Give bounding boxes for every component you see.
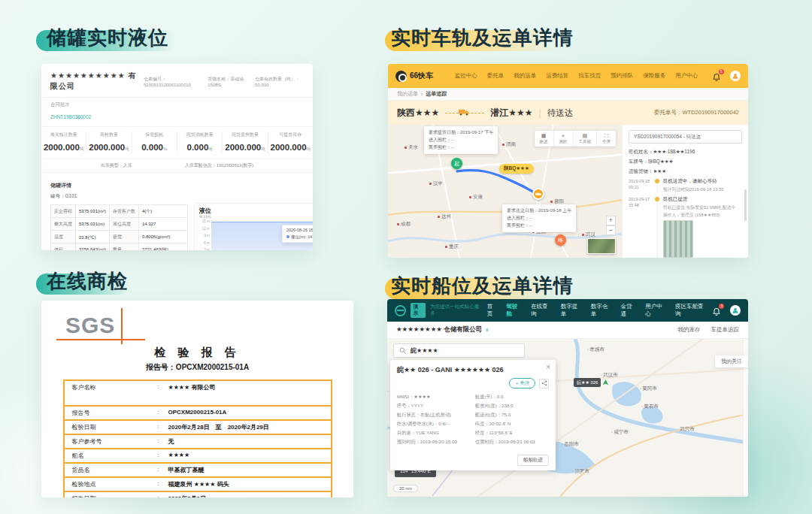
bell-icon[interactable]: 3 [712,306,721,315]
nav-online-query[interactable]: 在线查询 [531,303,553,318]
timeline-item: 2019-09-1715:48 司机已提货 司机已提货,实际发货32.998吨,… [629,196,742,258]
ship-search-box[interactable]: 皖★★★★ [393,343,525,358]
ship-icon [602,379,609,386]
map-city-label: 孝感市 [587,346,604,353]
map-city-label: 天水 [404,144,418,151]
my-watchlist-tab[interactable]: 我的关注 [715,355,748,367]
sgs-logo: SGS [65,313,141,338]
goods-name: 货物名称：基础油150BS [208,76,249,87]
stat-inspection-qty: 商检数量 2000.000吨 [86,132,132,153]
nav-find-truck-cargo[interactable]: 找车找货 [578,72,601,80]
ship-track-button[interactable]: 船舶轨迹 [517,455,549,466]
ship-app-logo-icon[interactable] [395,305,406,316]
map-city-label: 咸宁市 [611,429,629,436]
route-origin: 陕西★★★ [397,107,439,119]
inspection-table: 客户名称:★★★★ 有限公司 报告号:OPCXM2000215-01A 检验日期… [63,379,332,497]
share-icon[interactable] [539,379,549,389]
tank-flow-row: 出库类型：入库 入库车船信息：1912000513(数字) [41,159,313,173]
end-pin[interactable]: 终 [555,234,566,246]
breadcrumb-my-waybills[interactable]: 我的运单 [397,90,418,98]
start-pin[interactable]: 起 [451,158,462,169]
ship-map[interactable]: 孝感市 武汉市 黄冈市 黄石市 咸宁市 岳阳市 常德市 张家界市 武穴市 汨罗市… [387,339,748,497]
sgs-logo-horizontal-line [56,339,145,340]
toolbar-toolbox-button[interactable]: ▤工具箱 [574,131,598,147]
table-row: 体积3256.643(m³)重量2721.463(吨) [51,243,188,251]
truck-nav: 监控中心 委托单 我的运单 运费结算 找车找货 预约排队 保险服务 用户中心 [445,72,707,80]
table-row: 货品名:甲基叔丁基醚 [65,464,331,478]
nav-home[interactable]: 首页 [487,303,498,318]
my-inventory-link[interactable]: 我的库存 [678,326,701,334]
pickup-tooltip: 要求提货日期：2019-09-17 下午 进入围栏：-- 离开围栏：-- [424,126,498,154]
truck-app-logo[interactable]: 66快车 [395,71,433,82]
table-row: 客户名称:★★★★ 有限公司 [65,381,331,407]
nav-insurance[interactable]: 保险服务 [643,72,665,80]
nav-freight-settlement[interactable]: 运费结算 [546,72,568,80]
zoom-in-button[interactable]: + [606,216,616,225]
truck-position-marker[interactable] [532,188,544,200]
nav-my-waybills[interactable]: 我的运单 [514,72,536,80]
bell-icon[interactable]: 5 [712,71,721,80]
toolbar-fullscreen-button[interactable]: ⛶全屏 [597,131,616,147]
toolbar-measure-button[interactable]: ⌖测距 [554,131,574,147]
follow-button[interactable]: ＋关注 [509,378,536,389]
chart-tooltip-value: 液位(m): 14.327 [291,234,313,239]
warehouse-receipt-no: 仓单编号：5200913120061100010 [144,76,201,87]
bell-badge: 3 [719,304,724,309]
waybill-select[interactable]: YSD20190917000054 - 待送达 [629,130,742,144]
nav-cockpit[interactable]: 驾驶舱 [506,303,523,318]
nav-epidemic-query[interactable]: 疫区车船查询 [675,303,707,318]
user-avatar[interactable] [730,305,741,316]
user-avatar[interactable] [730,71,741,81]
delivery-receipt-photo[interactable] [663,220,693,258]
chevron-down-icon[interactable]: ∨ [485,327,489,333]
tank-detail-header: 储罐详情 罐号：G101 [41,173,313,200]
liquid-level-chart[interactable]: 液位 -◇- 液位(m) 液位(m) 15 m 12 m 9 m 6 m 3 m… [194,203,313,250]
inspection-report-title: 检 验 报 告 [41,346,353,360]
timeline-title: 司机送货中，请耐心等待 [663,178,742,185]
section-title-inspection: 在线商检 [47,268,128,295]
nav-user-center[interactable]: 用户中心 [645,303,667,318]
nav-consignment-order[interactable]: 委托单 [487,72,504,80]
ship-position-marker[interactable]: 皖★★ 026 [574,378,609,387]
truck-bl-tracking-link[interactable]: 车提单追踪 [711,326,740,334]
vehicle-route-polyline [457,171,537,195]
stat-available-stock: 可提货库存 2000.000吨 [268,132,313,153]
map-city-label: 达州 [438,213,451,220]
table-row: 安全容积5375.031(m³)存货客户数4(个) [51,205,188,218]
chart-title: 液位 [199,207,211,215]
truck-body: 天水 西安 渭南 汉中 安康 成都 达州 重庆 襄阳 宜昌 武汉 要求提货日期：… [388,125,748,258]
close-icon[interactable]: × [546,363,550,371]
sidebar-scrollbar[interactable] [744,189,747,221]
timeline-subtext: 司机已提货,实际发货32.998吨,配送中 [663,204,742,210]
contract-batch-label: 合同批次 [50,101,304,108]
traffic-icon: ▦ [540,133,548,138]
timeline-title: 司机已提货 [663,196,742,203]
delivery-tooltip: 要求送达日期：2019-09-18 上午 进入围栏：-- 离开围栏：-- [502,204,576,232]
breadcrumb: 我的运单 › 运单追踪 [388,88,748,101]
section-title-tank: 储罐实时液位 [47,25,168,51]
nav-monitor-center[interactable]: 监控中心 [455,72,477,80]
measure-icon: ⌖ [559,133,568,138]
truck-map[interactable]: 天水 西安 渭南 汉中 安康 成都 达州 重庆 襄阳 宜昌 武汉 要求提货日期：… [388,125,622,258]
inspection-report-card: SGS 检 验 报 告 报告号：OPCXM2000215-01A 客户名称:★★… [41,301,353,497]
table-row: 报告日期:2020年3月1日 [65,492,331,497]
stat-spot-consumed: 现货消耗数量 0.000吨 [177,132,223,153]
satellite-view-thumbnail[interactable] [587,238,616,254]
toolbar-traffic-button[interactable]: ▦路况 [535,131,554,147]
timeline-subtext: 预计到达时间2019-09-18 13:35 [663,186,742,192]
inspection-report-number: 报告号：OPCXM2000215-01A [41,362,353,373]
route-truck-line [445,108,484,117]
contract-batch-link[interactable]: ZHNT19B0380002 [50,114,91,119]
driver-name: 司机姓名：★★★ 188★★1196 [629,149,742,156]
nav-finance[interactable]: 金贷通 [621,303,638,318]
nav-digital-receipt[interactable]: 数字仓单 [591,303,613,318]
map-zoom-control: + − [606,216,616,235]
nav-user-center[interactable]: 用户中心 [675,72,698,80]
receipt-valid-qty: 仓单有效数量（吨）：50.000 [255,76,304,87]
zoom-out-button[interactable]: − [606,225,616,235]
search-icon [399,347,406,354]
nav-queue-booking[interactable]: 预约排队 [611,72,633,80]
ship-popup-right-column: 航速(节)：0.0 船首向(度)：238.0 船迹向(度)：75.0 纬度：30… [475,392,549,447]
table-row: 最大高度5375.031(m)液位高度14.327 [51,218,188,231]
nav-digital-bl[interactable]: 数字提单 [561,303,583,318]
